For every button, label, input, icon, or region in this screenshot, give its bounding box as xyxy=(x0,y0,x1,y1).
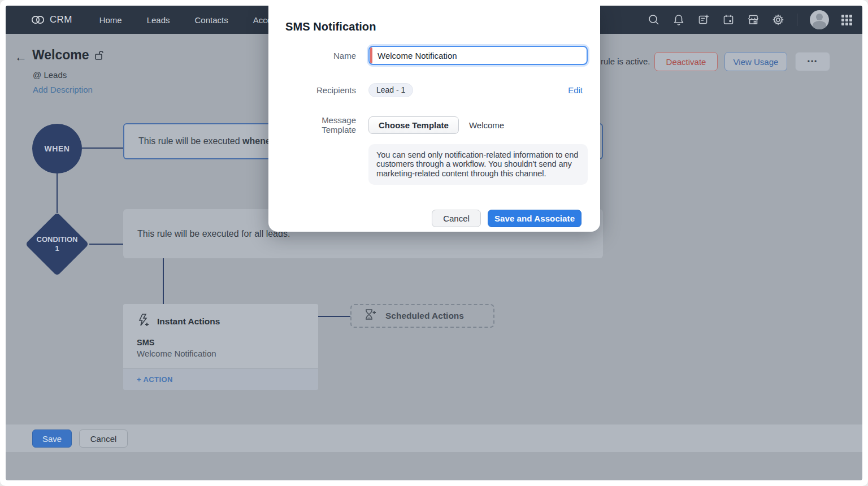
unlock-icon[interactable] xyxy=(94,50,105,63)
avatar-head xyxy=(816,14,823,20)
brand-label: CRM xyxy=(50,14,72,25)
selected-template-name: Welcome xyxy=(469,120,504,130)
avatar[interactable] xyxy=(810,10,829,29)
scheduled-actions-box[interactable]: Scheduled Actions xyxy=(350,304,494,328)
add-description-link[interactable]: Add Description xyxy=(33,85,93,94)
page-title: Welcome xyxy=(32,47,89,63)
bell-icon[interactable] xyxy=(672,14,685,26)
modal-cancel-button[interactable]: Cancel xyxy=(432,210,481,227)
condition-label-line1: CONDITION xyxy=(37,235,78,244)
workflow-cancel-button[interactable]: Cancel xyxy=(79,429,128,448)
zoho-rings-icon xyxy=(31,15,45,25)
rule-status-text: rule is active. xyxy=(601,57,650,66)
info-row: You can send only notification-related i… xyxy=(268,144,600,185)
avatar-body xyxy=(813,21,826,29)
instant-actions-title: Instant Actions xyxy=(157,316,220,327)
calendar-icon[interactable] xyxy=(722,14,735,26)
instant-actions-card[interactable]: Instant Actions SMS Welcome Notification… xyxy=(123,304,318,390)
save-and-associate-button[interactable]: Save and Associate xyxy=(488,210,581,227)
instant-actions-footer: + ACTION xyxy=(123,368,318,390)
choose-template-button[interactable]: Choose Template xyxy=(368,116,459,134)
bolt-plus-icon xyxy=(137,313,149,330)
condition-rule-text: This rule will be executed for all leads… xyxy=(137,229,290,239)
connector-when-to-box xyxy=(82,147,123,149)
scheduled-actions-title: Scheduled Actions xyxy=(385,311,464,321)
message-template-row: Message Template Choose Template Welcome xyxy=(268,115,600,134)
when-rule-text: This rule will be executed whenever xyxy=(138,136,284,146)
back-arrow-icon[interactable]: ← xyxy=(15,51,27,63)
nav-item-leads[interactable]: Leads xyxy=(147,15,170,25)
settings-gear-icon[interactable] xyxy=(772,14,784,26)
when-node[interactable]: WHEN xyxy=(32,124,82,173)
workflow-save-button[interactable]: Save xyxy=(32,429,72,448)
topbar-right-icons xyxy=(648,10,852,29)
name-label: Name xyxy=(285,51,356,60)
add-note-icon[interactable] xyxy=(697,14,710,26)
message-template-label: Message Template xyxy=(285,115,356,134)
sms-notification-modal: SMS Notification Name Recipients Lead - … xyxy=(268,6,600,232)
topbar-separator xyxy=(797,14,797,26)
connector-instant-to-scheduled xyxy=(318,316,350,317)
search-icon[interactable] xyxy=(648,14,660,26)
crm-logo[interactable]: CRM xyxy=(31,14,72,25)
connector-when-to-condition xyxy=(57,173,58,213)
app-window: CRM Home Leads Contacts Accounts Deals xyxy=(6,6,862,480)
condition-node-label: CONDITION 1 xyxy=(24,211,90,277)
connector-box-to-instant xyxy=(163,258,164,304)
nav-item-contacts[interactable]: Contacts xyxy=(195,15,228,25)
apps-grid-icon[interactable] xyxy=(841,15,852,25)
nav-item-home[interactable]: Home xyxy=(99,15,122,25)
modal-title: SMS Notification xyxy=(268,6,600,33)
more-options-button[interactable]: ••• xyxy=(795,52,830,71)
add-action-link[interactable]: + ACTION xyxy=(137,375,173,384)
view-usage-button[interactable]: View Usage xyxy=(724,52,787,71)
name-input-wrap xyxy=(368,46,588,65)
name-row: Name xyxy=(268,46,600,65)
recipients-label: Recipients xyxy=(285,85,356,95)
instant-actions-main: Instant Actions SMS Welcome Notification xyxy=(123,304,318,368)
module-indicator: @ Leads xyxy=(33,70,67,80)
when-rule-text-prefix: This rule will be executed xyxy=(138,136,242,146)
notification-info-box: You can send only notification-related i… xyxy=(368,144,588,185)
condition-label-line2: 1 xyxy=(55,244,59,253)
instant-action-name[interactable]: Welcome Notification xyxy=(137,349,305,358)
bottom-action-bar: Save Cancel xyxy=(6,424,862,452)
connector-condition-to-box xyxy=(89,244,123,245)
edit-recipients-link[interactable]: Edit xyxy=(568,85,583,95)
modal-actions-row: Cancel Save and Associate xyxy=(268,210,600,227)
recipient-chip[interactable]: Lead - 1 xyxy=(368,83,413,97)
recipients-row: Recipients Lead - 1 Edit xyxy=(268,83,600,97)
condition-node[interactable]: CONDITION 1 xyxy=(24,211,90,277)
name-input[interactable] xyxy=(368,46,588,65)
hourglass-plus-icon xyxy=(364,308,376,324)
instant-action-type: SMS xyxy=(137,338,305,347)
when-node-label: WHEN xyxy=(45,144,70,153)
deactivate-button[interactable]: Deactivate xyxy=(654,52,718,71)
screenshot-frame: CRM Home Leads Contacts Accounts Deals xyxy=(0,0,868,486)
marketplace-icon[interactable] xyxy=(747,14,760,26)
